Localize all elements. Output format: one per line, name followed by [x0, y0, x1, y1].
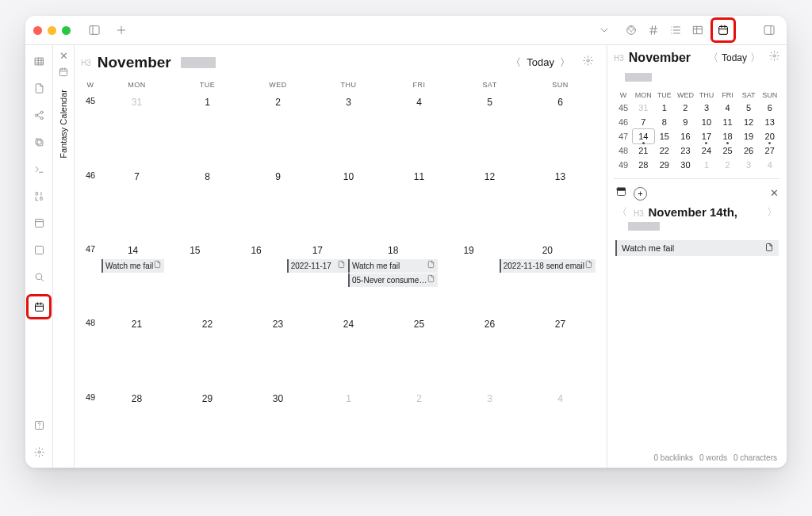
day-cell[interactable]: 24: [313, 314, 384, 387]
day-cell[interactable]: 1: [313, 388, 384, 461]
mini-day-cell[interactable]: 12: [738, 115, 760, 129]
rail-copy-icon[interactable]: [29, 132, 48, 151]
mini-day-cell[interactable]: 14: [633, 129, 654, 143]
mini-day-cell[interactable]: 5: [738, 101, 760, 115]
close-window-button[interactable]: [33, 26, 42, 35]
mini-day-cell[interactable]: 29: [654, 158, 676, 172]
mini-day-cell[interactable]: 15: [654, 129, 676, 143]
rail-calendar-icon[interactable]: [29, 297, 48, 316]
day-cell[interactable]: 9: [243, 166, 313, 239]
day-cell[interactable]: 31: [102, 92, 172, 165]
mini-settings-icon[interactable]: [768, 50, 780, 66]
table-icon[interactable]: [688, 21, 707, 40]
mini-day-cell[interactable]: 28: [633, 158, 654, 172]
rail-layout-icon[interactable]: [29, 213, 48, 232]
collapsed-tab[interactable]: ✕ Fantasy Calendar: [53, 45, 75, 468]
day-cell[interactable]: 15: [164, 240, 225, 313]
mini-day-cell[interactable]: 10: [696, 115, 718, 129]
rail-table-icon[interactable]: [29, 52, 48, 71]
day-cell[interactable]: 22: [172, 314, 243, 387]
mini-day-cell[interactable]: 1: [654, 101, 676, 115]
minimize-window-button[interactable]: [48, 26, 56, 35]
day-cell[interactable]: 19: [438, 240, 499, 313]
rail-binary-icon[interactable]: [29, 186, 48, 205]
day-cell[interactable]: 23: [243, 314, 313, 387]
day-cell[interactable]: 172022-11-17: [287, 240, 348, 313]
calendar-event[interactable]: Watch me fail: [102, 259, 164, 273]
mini-day-cell[interactable]: 3: [738, 158, 760, 172]
next-period-button[interactable]: 〉: [557, 56, 573, 70]
detail-next-button[interactable]: 〉: [765, 206, 779, 220]
hash-icon[interactable]: [644, 21, 663, 40]
day-cell[interactable]: 8: [172, 166, 243, 239]
mini-day-cell[interactable]: 9: [675, 115, 696, 129]
rail-search-icon[interactable]: [29, 267, 48, 286]
detail-event-item[interactable]: Watch me fail: [615, 240, 779, 256]
day-cell[interactable]: 13: [525, 166, 596, 239]
mini-day-cell[interactable]: 2: [675, 101, 696, 115]
day-cell[interactable]: 30: [243, 388, 313, 461]
mini-day-cell[interactable]: 4: [717, 101, 738, 115]
close-detail-button[interactable]: ✕: [770, 187, 779, 201]
calendar-event[interactable]: Watch me fail: [348, 259, 438, 273]
mini-day-cell[interactable]: 25: [717, 143, 738, 158]
mini-day-cell[interactable]: 26: [738, 143, 760, 158]
day-cell[interactable]: 21: [102, 314, 172, 387]
day-cell[interactable]: 4: [525, 388, 596, 461]
day-cell[interactable]: 16: [225, 240, 286, 313]
day-cell[interactable]: 26: [454, 314, 525, 387]
day-cell[interactable]: 202022-11-18 send email: [500, 240, 596, 313]
day-cell[interactable]: 10: [313, 166, 384, 239]
mini-day-cell[interactable]: 19: [738, 129, 760, 143]
mini-day-cell[interactable]: 3: [696, 101, 718, 115]
mini-day-cell[interactable]: 20: [759, 129, 780, 143]
right-sidebar-toggle-icon[interactable]: [760, 21, 779, 40]
rail-terminal-icon[interactable]: [29, 159, 48, 178]
day-cell[interactable]: 2: [384, 388, 454, 461]
new-tab-button[interactable]: [112, 21, 131, 40]
rail-share-icon[interactable]: [29, 105, 48, 124]
calendar-event[interactable]: 2022-11-17: [287, 259, 348, 273]
mini-day-cell[interactable]: 4: [759, 158, 780, 172]
zoom-window-button[interactable]: [62, 26, 71, 35]
detail-prev-button[interactable]: 〈: [615, 206, 629, 220]
calendar-settings-icon[interactable]: [582, 55, 594, 71]
rail-file-icon[interactable]: [29, 78, 48, 97]
day-cell[interactable]: 14Watch me fail: [102, 240, 164, 313]
mini-day-cell[interactable]: 7: [633, 115, 654, 129]
calendar-event[interactable]: 2022-11-18 send email: [500, 259, 596, 273]
day-cell[interactable]: 4: [384, 92, 454, 165]
mini-day-cell[interactable]: 23: [675, 143, 696, 158]
day-cell[interactable]: 3: [313, 92, 384, 165]
mini-day-cell[interactable]: 22: [654, 143, 676, 158]
prev-period-button[interactable]: 〈: [508, 56, 523, 70]
mini-day-cell[interactable]: 21: [633, 143, 654, 158]
day-cell[interactable]: 7: [102, 166, 172, 239]
list-icon[interactable]: [666, 21, 685, 40]
day-cell[interactable]: 11: [384, 166, 454, 239]
calendar-event[interactable]: 05-Never consume…: [348, 273, 438, 287]
day-cell[interactable]: 1: [172, 92, 243, 165]
mini-day-cell[interactable]: 11: [717, 115, 738, 129]
mini-day-cell[interactable]: 30: [675, 158, 696, 172]
mini-day-cell[interactable]: 16: [675, 129, 696, 143]
mini-day-cell[interactable]: 1: [696, 158, 718, 172]
day-cell[interactable]: 2: [243, 92, 313, 165]
mini-day-cell[interactable]: 24: [696, 143, 718, 158]
today-button[interactable]: Today: [527, 56, 554, 70]
close-tab-icon[interactable]: ✕: [59, 50, 68, 63]
compass-icon[interactable]: [622, 21, 641, 40]
day-cell[interactable]: 29: [172, 388, 243, 461]
mini-day-cell[interactable]: 13: [759, 115, 780, 129]
day-cell[interactable]: 27: [525, 314, 596, 387]
calendar-icon[interactable]: [714, 21, 733, 40]
day-cell[interactable]: 28: [102, 388, 172, 461]
mini-day-cell[interactable]: 18: [717, 129, 738, 143]
rail-help-icon[interactable]: [29, 415, 48, 434]
mini-today-button[interactable]: Today: [722, 52, 747, 65]
day-cell[interactable]: 12: [454, 166, 525, 239]
day-cell[interactable]: 5: [454, 92, 525, 165]
rail-settings-icon[interactable]: [29, 442, 48, 461]
sidebar-toggle-icon[interactable]: [85, 21, 104, 40]
day-cell[interactable]: 3: [454, 388, 525, 461]
